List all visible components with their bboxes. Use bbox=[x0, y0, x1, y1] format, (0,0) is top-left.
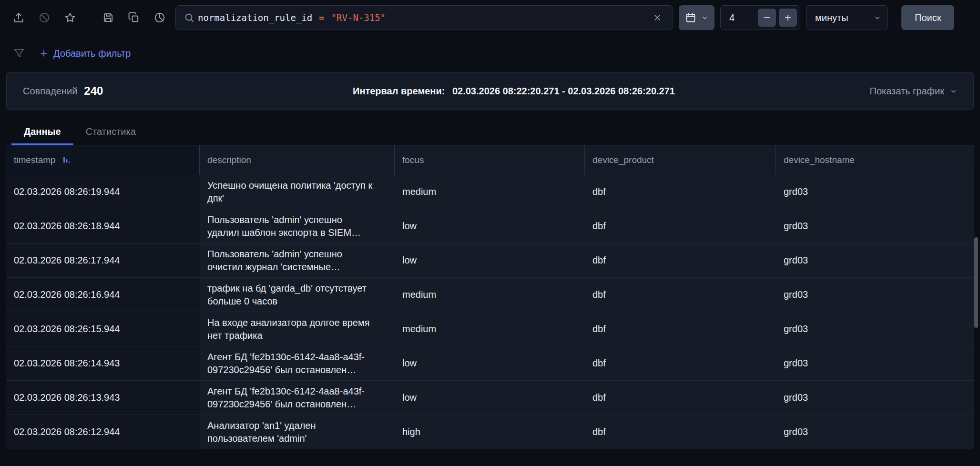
interval-value: 4 bbox=[729, 12, 755, 23]
cell-device-hostname: grd03 bbox=[776, 312, 974, 346]
table-row[interactable]: 02.03.2026 08:26:15.944 На входе анализа… bbox=[6, 312, 974, 346]
cell-timestamp: 02.03.2026 08:26:15.944 bbox=[6, 312, 200, 346]
cell-description: Пользователь 'admin' успешно очистил жур… bbox=[200, 243, 395, 278]
copy-icon bbox=[128, 11, 140, 24]
filter-bar: Добавить фильтр bbox=[0, 35, 980, 71]
tab-statistics[interactable]: Статистика bbox=[73, 118, 148, 145]
column-header-timestamp[interactable]: timestamp bbox=[6, 145, 200, 175]
cell-description: Успешно очищена политика 'доступ к дпк' bbox=[200, 175, 395, 209]
query-operator-token: = bbox=[319, 12, 324, 23]
cell-focus: low bbox=[395, 381, 585, 415]
show-chart-label: Показать график bbox=[870, 86, 945, 97]
filter-button[interactable] bbox=[10, 45, 28, 62]
column-header-device-hostname[interactable]: device_hostname bbox=[776, 145, 974, 175]
cell-timestamp: 02.03.2026 08:26:16.944 bbox=[6, 278, 200, 312]
tab-data[interactable]: Данные bbox=[11, 118, 73, 145]
save-query-button[interactable] bbox=[97, 7, 119, 29]
cell-device-hostname: grd03 bbox=[776, 243, 974, 278]
save-icon bbox=[102, 11, 114, 24]
cell-device-product: dbf bbox=[585, 415, 776, 449]
cell-device-hostname: grd03 bbox=[776, 209, 974, 243]
cell-device-product: dbf bbox=[585, 175, 776, 209]
copy-query-button[interactable] bbox=[123, 7, 145, 29]
search-button[interactable]: Поиск bbox=[901, 5, 954, 30]
calendar-icon bbox=[685, 12, 696, 23]
upload-icon bbox=[12, 11, 25, 24]
cell-device-product: dbf bbox=[585, 381, 776, 415]
cell-focus: high bbox=[395, 415, 585, 449]
add-filter-label: Добавить фильтр bbox=[53, 48, 131, 59]
cell-device-hostname: grd03 bbox=[776, 415, 974, 449]
matches-label: Совпадений bbox=[23, 86, 77, 97]
column-header-label: focus bbox=[402, 155, 424, 165]
cell-timestamp: 02.03.2026 08:26:12.944 bbox=[6, 415, 200, 449]
cell-focus: medium bbox=[395, 312, 585, 346]
query-input[interactable]: normalization_rule_id = "RV-N-315" bbox=[175, 5, 673, 30]
cell-device-product: dbf bbox=[585, 243, 776, 278]
vertical-scrollbar[interactable] bbox=[974, 237, 978, 328]
results-tabs: Данные Статистика bbox=[0, 118, 980, 145]
table-header-row: timestamp description focus device_produ… bbox=[6, 145, 974, 175]
plus-icon bbox=[39, 49, 49, 58]
table-row[interactable]: 02.03.2026 08:26:18.944 Пользователь 'ad… bbox=[6, 209, 974, 243]
cell-timestamp: 02.03.2026 08:26:14.943 bbox=[6, 346, 200, 381]
table-row[interactable]: 02.03.2026 08:26:19.944 Успешно очищена … bbox=[6, 175, 974, 209]
clear-icon bbox=[653, 13, 662, 22]
pie-chart-icon bbox=[153, 11, 166, 24]
cell-device-product: dbf bbox=[585, 346, 776, 381]
cell-focus: low bbox=[395, 209, 585, 243]
cell-focus: medium bbox=[395, 278, 585, 312]
upload-button[interactable] bbox=[8, 7, 30, 29]
cell-timestamp: 02.03.2026 08:26:18.944 bbox=[6, 209, 200, 243]
star-icon bbox=[64, 11, 76, 24]
column-header-device-product[interactable]: device_product bbox=[585, 145, 776, 175]
time-interval-range: 02.03.2026 08:22:20.271 - 02.03.2026 08:… bbox=[452, 86, 675, 96]
plus-icon bbox=[784, 13, 792, 22]
cell-device-product: dbf bbox=[585, 278, 776, 312]
statistics-chart-button[interactable] bbox=[149, 7, 171, 29]
search-icon bbox=[184, 12, 195, 23]
filter-icon bbox=[13, 47, 25, 60]
column-header-label: timestamp bbox=[14, 155, 56, 165]
cell-device-product: dbf bbox=[585, 312, 776, 346]
table-row[interactable]: 02.03.2026 08:26:12.944 Анализатор 'an1'… bbox=[6, 415, 974, 449]
chevron-down-icon bbox=[950, 88, 957, 95]
column-header-description[interactable]: description bbox=[200, 145, 395, 175]
table-row[interactable]: 02.03.2026 08:26:16.944 трафик на бд 'ga… bbox=[6, 278, 974, 312]
cell-timestamp: 02.03.2026 08:26:17.944 bbox=[6, 243, 200, 278]
cell-timestamp: 02.03.2026 08:26:13.943 bbox=[6, 381, 200, 415]
interval-unit-value: минуты bbox=[815, 12, 874, 23]
cell-description: Анализатор 'an1' удален пользователем 'a… bbox=[200, 415, 395, 449]
add-filter-button[interactable]: Добавить фильтр bbox=[39, 48, 131, 59]
table-row[interactable]: 02.03.2026 08:26:14.943 Агент БД 'fe2b13… bbox=[6, 346, 974, 381]
column-header-label: device_hostname bbox=[784, 155, 855, 165]
column-header-focus[interactable]: focus bbox=[395, 145, 585, 175]
cell-description: Пользователь 'admin' успешно удалил шабл… bbox=[200, 209, 395, 243]
interval-value-stepper[interactable]: 4 bbox=[720, 5, 800, 30]
cell-device-hostname: grd03 bbox=[776, 346, 974, 381]
table-row[interactable]: 02.03.2026 08:26:13.943 Агент БД 'fe2b13… bbox=[6, 381, 974, 415]
cell-device-hostname: grd03 bbox=[776, 381, 974, 415]
table-row[interactable]: 02.03.2026 08:26:17.944 Пользователь 'ad… bbox=[6, 243, 974, 278]
top-toolbar: normalization_rule_id = "RV-N-315" 4 bbox=[0, 0, 980, 35]
show-chart-button[interactable]: Показать график bbox=[870, 86, 958, 97]
chevron-down-icon bbox=[874, 14, 881, 21]
cell-device-hostname: grd03 bbox=[776, 175, 974, 209]
cell-device-hostname: grd03 bbox=[776, 278, 974, 312]
cell-timestamp: 02.03.2026 08:26:19.944 bbox=[6, 175, 200, 209]
favorite-button[interactable] bbox=[59, 7, 81, 29]
interval-unit-select[interactable]: минуты bbox=[806, 5, 888, 30]
clear-query-button[interactable] bbox=[650, 10, 665, 25]
date-range-button[interactable] bbox=[679, 5, 715, 30]
increment-button[interactable] bbox=[779, 9, 797, 27]
cell-focus: low bbox=[395, 346, 585, 381]
decrement-button[interactable] bbox=[758, 9, 776, 27]
sort-bars-icon[interactable] bbox=[61, 155, 72, 165]
query-field-token: normalization_rule_id bbox=[198, 12, 312, 23]
cell-focus: medium bbox=[395, 175, 585, 209]
matches-count: 240 bbox=[84, 84, 103, 98]
prohibit-button[interactable] bbox=[33, 7, 55, 29]
time-interval-label: Интервал времени: bbox=[353, 86, 445, 96]
results-table: timestamp description focus device_produ… bbox=[6, 145, 974, 449]
cell-description: трафик на бд 'garda_db' отсутствует боль… bbox=[200, 278, 395, 312]
